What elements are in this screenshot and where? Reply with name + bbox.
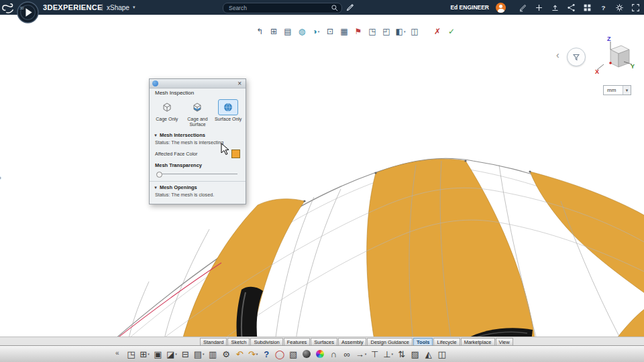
- bounding-box-icon[interactable]: ⊡: [324, 25, 336, 38]
- sphere-mesh-icon[interactable]: ◍: [296, 25, 308, 38]
- color-swatch[interactable]: [231, 149, 240, 158]
- flag-note-icon[interactable]: ⚑: [352, 25, 364, 38]
- manage-views-icon[interactable]: ▤: [282, 25, 294, 38]
- mode-label: Cage Only: [156, 117, 178, 122]
- collapse-toolbar-icon[interactable]: «: [115, 349, 119, 357]
- 3ds-logo-icon[interactable]: [1, 1, 15, 15]
- intersections-status: Status: The mesh is intersecting: [150, 139, 246, 147]
- surface-only-button[interactable]: [218, 99, 238, 115]
- sort-order-icon[interactable]: ⇅: [396, 348, 407, 360]
- chevron-down-icon[interactable]: ▾: [404, 29, 406, 34]
- dialog-title-bar[interactable]: ×: [150, 79, 246, 88]
- global-search[interactable]: [223, 3, 342, 13]
- user-name[interactable]: Ed ENGINEER: [450, 4, 489, 11]
- edit-icon[interactable]: [518, 3, 527, 12]
- axis-x-label: X: [595, 68, 599, 75]
- settings-gear-icon[interactable]: ⚙: [221, 348, 231, 360]
- bottom-toolbar-icons: ◳ ⊞▾ ▣ ◪▾ ⊟ ▤▾ ▥ ⚙ ↶ ↷▾ ? ◯ ▧ ● ● ∩ ∞ →▾…: [126, 346, 447, 362]
- shading-mode-icon[interactable]: ▨: [410, 348, 420, 360]
- exit-app-icon[interactable]: ↰: [254, 25, 266, 38]
- screenshot-icon[interactable]: ▧: [288, 348, 299, 360]
- mode-cage-and-surface[interactable]: Cage and Surface: [182, 99, 213, 128]
- previous-view-chevron[interactable]: ‹: [556, 50, 559, 60]
- cube-options-icon[interactable]: ◧▾: [394, 25, 407, 38]
- mode-surface-only[interactable]: Surface Only: [213, 99, 244, 128]
- sphere-options-icon[interactable]: ◑▾: [310, 25, 322, 38]
- mesh-check-ok-icon[interactable]: ✓: [445, 25, 458, 38]
- corner-trim-icon[interactable]: ◰: [380, 25, 392, 38]
- search-input[interactable]: [227, 3, 331, 13]
- view-cube-icon[interactable]: ◳: [126, 348, 136, 360]
- save-manage-icon[interactable]: ◪▾: [166, 348, 177, 360]
- mouse-cursor: [221, 143, 230, 156]
- print-icon[interactable]: ▥: [208, 348, 218, 360]
- color-wheel-icon[interactable]: ●: [315, 348, 325, 360]
- axis-z-label: Z: [607, 36, 611, 42]
- mode-label: Surface Only: [215, 117, 241, 122]
- transparency-slider[interactable]: [156, 171, 237, 177]
- section-collapse-icon[interactable]: ▼: [154, 186, 158, 190]
- close-icon[interactable]: ×: [236, 80, 243, 87]
- cage-surface-icon: [192, 102, 203, 113]
- slider-thumb[interactable]: [156, 172, 162, 178]
- funnel-icon: [572, 52, 581, 62]
- link-manage-icon[interactable]: ∞: [342, 348, 352, 360]
- apps-grid-icon[interactable]: [582, 3, 592, 12]
- pointer-tool-icon[interactable]: →▾: [356, 348, 367, 360]
- chevron-down-icon[interactable]: ▾: [318, 29, 320, 34]
- material-sphere-icon[interactable]: ●: [302, 348, 312, 360]
- undo-icon[interactable]: ↶: [235, 348, 245, 360]
- mode-label: Cage and Surface: [182, 117, 213, 128]
- tree-structure-icon[interactable]: ◭: [423, 348, 433, 360]
- grid-display-icon[interactable]: ▦: [338, 25, 350, 38]
- measure-panel-icon[interactable]: ◫: [409, 25, 421, 38]
- lasso-select-icon[interactable]: ◯: [275, 348, 285, 360]
- chevron-down-icon[interactable]: ▼: [623, 86, 631, 95]
- section-title: Mesh Openings: [160, 184, 197, 190]
- cage-cube-icon: [162, 102, 172, 113]
- app-switcher[interactable]: xShape: [107, 4, 129, 11]
- svg-text:3D: 3D: [19, 6, 24, 10]
- openings-section-header[interactable]: ▼Mesh Openings: [150, 182, 246, 191]
- units-value: mm: [604, 87, 623, 93]
- affected-face-color-row: Affected Face Color: [150, 147, 246, 160]
- share-upload-icon[interactable]: [550, 3, 559, 12]
- share-network-icon[interactable]: [566, 3, 576, 12]
- plane-section-icon[interactable]: ◳: [366, 25, 378, 38]
- compass-align-icon[interactable]: ⊥▾: [383, 348, 393, 360]
- mode-cage-only[interactable]: Cage Only: [152, 99, 182, 128]
- clipboard-paste-icon[interactable]: ▤▾: [194, 348, 205, 360]
- view-compass-cube[interactable]: Z Y X: [594, 35, 636, 76]
- snap-magnet-icon[interactable]: ∩: [329, 348, 339, 360]
- view-settings-button[interactable]: [567, 48, 586, 66]
- help-icon[interactable]: ?: [598, 3, 608, 12]
- cube-options-glyph: ◧: [396, 27, 403, 36]
- chevron-down-icon[interactable]: ▾: [133, 5, 136, 10]
- 3d-viewport[interactable]: [0, 0, 644, 362]
- panel-expand-handle[interactable]: ›: [0, 173, 1, 182]
- xshape-window: 3DEXPERIENCE | xShape ▾ Ed ENGINEER: [0, 0, 644, 362]
- search-icon[interactable]: [331, 4, 339, 12]
- add-icon[interactable]: [534, 3, 543, 12]
- 3dexperience-compass-icon[interactable]: 3D: [17, 1, 39, 23]
- update-model-icon[interactable]: ⊞: [268, 25, 280, 38]
- save-icon[interactable]: ▣: [153, 348, 163, 360]
- avatar[interactable]: [496, 3, 506, 13]
- section-collapse-icon[interactable]: ▼: [154, 133, 158, 137]
- stylus-icon[interactable]: [345, 3, 355, 12]
- fullscreen-icon[interactable]: [631, 3, 640, 12]
- topbar-right-cluster: Ed ENGINEER ?: [450, 0, 640, 15]
- cage-and-surface-button[interactable]: [187, 99, 207, 115]
- section-view-icon[interactable]: ◫: [437, 348, 447, 360]
- new-content-icon[interactable]: ⊞▾: [140, 348, 150, 360]
- mesh-check-error-icon[interactable]: ✗: [431, 25, 443, 38]
- intersections-section-header[interactable]: ▼Mesh Intersections: [150, 129, 246, 139]
- help-icon[interactable]: ?: [262, 348, 272, 360]
- slider-track[interactable]: [156, 174, 237, 174]
- settings-gear-icon[interactable]: [614, 3, 624, 12]
- units-dropdown[interactable]: mm ▼: [603, 85, 631, 95]
- redo-icon[interactable]: ↷▾: [248, 348, 258, 360]
- measure-tool-icon[interactable]: ⊤: [370, 348, 380, 360]
- import-export-icon[interactable]: ⊟: [180, 348, 191, 360]
- cage-only-button[interactable]: [157, 99, 177, 115]
